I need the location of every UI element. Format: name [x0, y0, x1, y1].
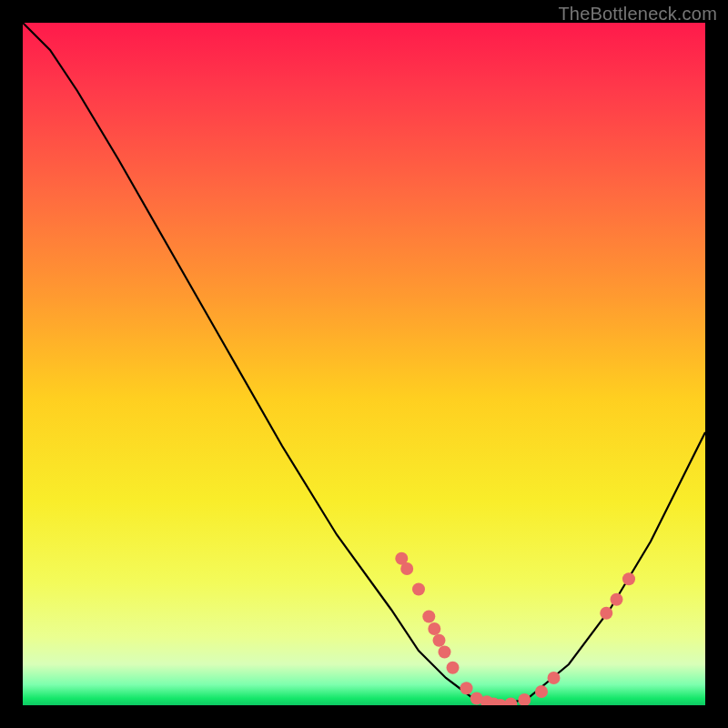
- chart-container: TheBottleneck.com: [0, 0, 728, 728]
- bottleneck-curve: [23, 23, 705, 705]
- data-marker: [535, 685, 548, 698]
- data-marker: [422, 611, 435, 623]
- data-marker: [460, 682, 473, 694]
- watermark-text: TheBottleneck.com: [558, 4, 717, 25]
- data-marker: [622, 572, 635, 585]
- data-marker: [439, 646, 451, 659]
- data-marker: [433, 634, 446, 647]
- data-marker: [518, 693, 531, 705]
- data-marker: [412, 583, 425, 596]
- chart-svg: [23, 23, 705, 705]
- data-marker: [447, 662, 460, 674]
- plot-area: [23, 23, 705, 705]
- data-marker: [504, 698, 517, 706]
- data-markers: [395, 552, 635, 705]
- data-marker: [400, 562, 413, 575]
- data-marker: [611, 593, 623, 606]
- data-marker: [548, 672, 561, 684]
- data-marker: [428, 622, 440, 635]
- data-marker: [600, 607, 612, 620]
